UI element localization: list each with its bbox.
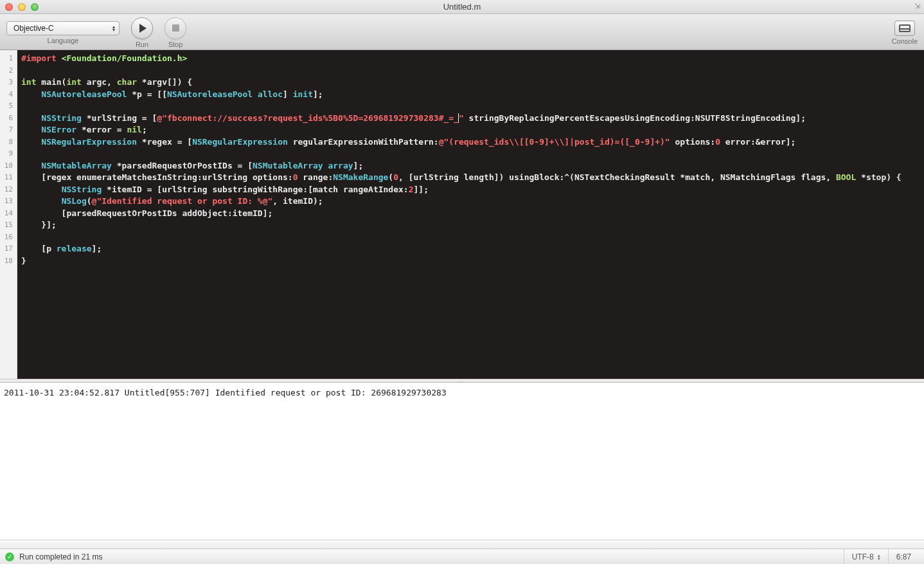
console-line: 2011-10-31 23:04:52.817 Untitled[955:707… bbox=[4, 388, 447, 397]
status-message: Run completed in 21 ms bbox=[19, 552, 102, 561]
line-number: 3 bbox=[0, 77, 17, 89]
pane-splitter[interactable]: ••• bbox=[0, 379, 924, 383]
line-number: 2 bbox=[0, 65, 17, 77]
window-title: Untitled.m bbox=[0, 2, 924, 12]
line-number-gutter: 123456789101112131415161718 bbox=[0, 50, 17, 379]
line-number: 15 bbox=[0, 219, 17, 232]
language-select-value: Objective-C bbox=[13, 24, 54, 33]
line-number: 16 bbox=[0, 232, 17, 244]
run-button[interactable] bbox=[131, 17, 153, 39]
line-number: 9 bbox=[0, 148, 17, 160]
console-label: Console bbox=[892, 37, 918, 45]
stop-icon bbox=[172, 24, 179, 32]
code-editor[interactable]: #import <Foundation/Foundation.h> int ma… bbox=[17, 50, 924, 379]
line-number: 12 bbox=[0, 184, 17, 196]
console-icon bbox=[899, 24, 911, 32]
play-icon bbox=[139, 24, 147, 33]
stepper-arrows-icon: ▴▾ bbox=[112, 25, 115, 32]
line-number: 10 bbox=[0, 160, 17, 172]
stop-group: Stop bbox=[164, 17, 186, 48]
line-number: 13 bbox=[0, 196, 17, 208]
run-group: Run bbox=[131, 17, 153, 48]
close-window-button[interactable] bbox=[5, 3, 13, 11]
cursor-position: 6:87 bbox=[888, 549, 919, 564]
language-label: Language bbox=[48, 37, 79, 44]
app-window: Untitled.m ⇲ Objective-C ▴▾ Language Run… bbox=[0, 0, 924, 564]
encoding-value: UTF-8 bbox=[852, 552, 874, 561]
line-number: 5 bbox=[0, 100, 17, 113]
language-select[interactable]: Objective-C ▴▾ bbox=[6, 21, 120, 35]
language-group: Objective-C ▴▾ Language bbox=[6, 21, 120, 44]
traffic-lights bbox=[0, 3, 39, 11]
success-icon bbox=[5, 552, 14, 561]
encoding-select[interactable]: UTF-8 ▴▾ bbox=[844, 549, 888, 564]
stop-button[interactable] bbox=[164, 17, 186, 39]
console-toggle-button[interactable] bbox=[894, 21, 915, 36]
editor-wrap: 123456789101112131415161718 #import <Fou… bbox=[0, 50, 924, 540]
minimize-window-button[interactable] bbox=[18, 3, 26, 11]
zoom-window-button[interactable] bbox=[31, 3, 39, 11]
fullscreen-icon[interactable]: ⇲ bbox=[914, 2, 920, 10]
editor-split: 123456789101112131415161718 #import <Fou… bbox=[0, 50, 924, 379]
line-number: 18 bbox=[0, 255, 17, 268]
run-label: Run bbox=[136, 41, 148, 48]
titlebar: Untitled.m ⇲ bbox=[0, 0, 924, 14]
line-number: 17 bbox=[0, 243, 17, 255]
console-group: Console bbox=[892, 21, 918, 45]
toolbar: Objective-C ▴▾ Language Run Stop Console bbox=[0, 14, 924, 50]
line-number: 4 bbox=[0, 89, 17, 101]
line-number: 6 bbox=[0, 113, 17, 125]
line-number: 7 bbox=[0, 124, 17, 136]
line-number: 1 bbox=[0, 53, 17, 65]
line-number: 8 bbox=[0, 136, 17, 149]
statusbar: Run completed in 21 ms UTF-8 ▴▾ 6:87 bbox=[0, 549, 924, 564]
stop-label: Stop bbox=[168, 41, 183, 48]
console-output[interactable]: 2011-10-31 23:04:52.817 Untitled[955:707… bbox=[0, 383, 924, 540]
stepper-arrows-icon: ▴▾ bbox=[878, 554, 880, 560]
line-number: 11 bbox=[0, 172, 17, 184]
line-number: 14 bbox=[0, 208, 17, 220]
grip-icon: ••• bbox=[453, 380, 471, 382]
horizontal-scrollbar[interactable] bbox=[0, 540, 924, 549]
